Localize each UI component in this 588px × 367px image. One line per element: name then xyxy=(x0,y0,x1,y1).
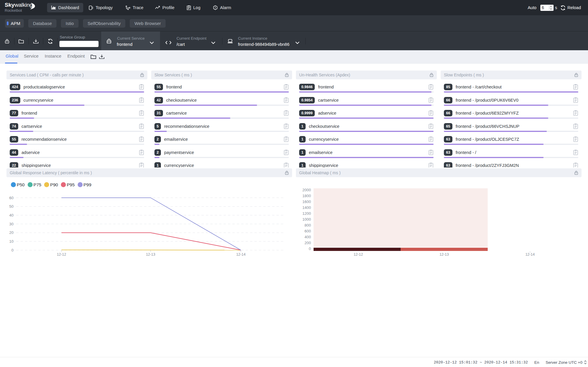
svg-text:0: 0 xyxy=(309,247,311,251)
svg-text:12-13: 12-13 xyxy=(146,252,155,257)
svg-text:800: 800 xyxy=(304,223,311,227)
svg-text:400: 400 xyxy=(304,235,311,239)
svg-text:1000: 1000 xyxy=(302,217,311,222)
svg-text:12-12: 12-12 xyxy=(57,252,66,257)
svg-text:12-13: 12-13 xyxy=(439,252,449,257)
svg-text:40: 40 xyxy=(9,213,14,217)
svg-text:0: 0 xyxy=(11,248,14,252)
svg-text:10: 10 xyxy=(9,239,14,244)
svg-text:1200: 1200 xyxy=(302,211,311,216)
svg-text:1600: 1600 xyxy=(302,200,311,204)
svg-text:12-14: 12-14 xyxy=(525,252,535,257)
svg-text:1400: 1400 xyxy=(302,205,311,210)
svg-text:1800: 1800 xyxy=(302,194,311,198)
svg-text:20: 20 xyxy=(9,230,14,235)
svg-text:50: 50 xyxy=(9,204,14,209)
svg-text:2000: 2000 xyxy=(302,188,311,192)
svg-text:600: 600 xyxy=(304,229,311,233)
svg-text:12-14: 12-14 xyxy=(236,252,246,257)
svg-text:30: 30 xyxy=(9,222,14,226)
svg-text:12-12: 12-12 xyxy=(354,252,363,257)
svg-text:60: 60 xyxy=(9,196,14,200)
svg-text:200: 200 xyxy=(304,241,311,245)
